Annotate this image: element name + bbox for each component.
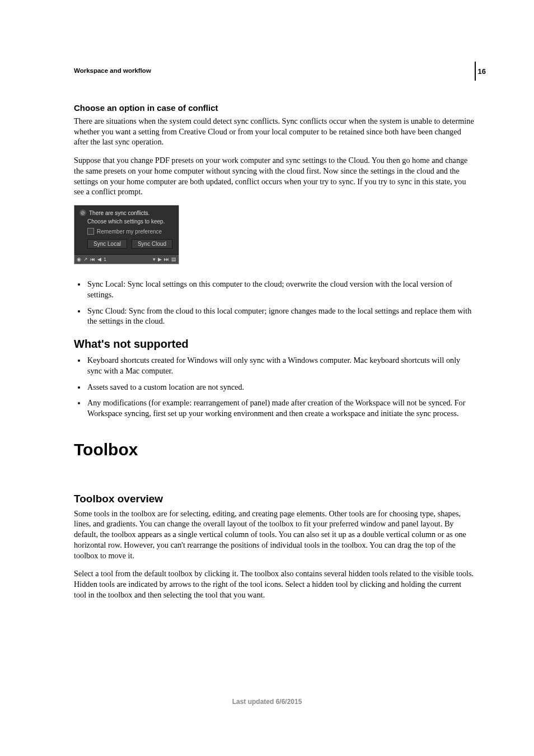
status-dot-icon: ◉ xyxy=(77,257,81,262)
sync-local-button[interactable]: Sync Local xyxy=(87,239,127,249)
sync-options-list: Sync Local: Sync local settings on this … xyxy=(74,279,475,326)
footer-updated: Last updated 6/6/2015 xyxy=(0,698,534,706)
page-number-field[interactable]: 1 xyxy=(104,257,106,262)
list-item: Any modifications (for example: rearrang… xyxy=(86,398,475,418)
heading-toolbox-overview: Toolbox overview xyxy=(74,493,475,505)
paragraph: There are situations when the system cou… xyxy=(74,116,475,147)
list-item: Assets saved to a custom location are no… xyxy=(86,382,475,393)
dialog-title: There are sync conflicts. xyxy=(89,210,149,216)
page-number-rule xyxy=(475,62,476,81)
paragraph: Some tools in the toolbox are for select… xyxy=(74,508,475,561)
heading-conflict: Choose an option in case of conflict xyxy=(74,103,475,113)
sync-cloud-button[interactable]: Sync Cloud xyxy=(132,239,172,249)
sync-conflict-icon: ⊘ xyxy=(79,209,86,216)
list-item: Sync Cloud: Sync from the cloud to this … xyxy=(86,306,475,326)
last-page-icon[interactable]: ⏭ xyxy=(164,257,169,262)
dropdown-icon[interactable]: ▾ xyxy=(153,257,156,262)
list-item: Sync Local: Sync local settings on this … xyxy=(86,279,475,300)
popout-icon: ↗ xyxy=(83,257,88,262)
not-supported-list: Keyboard shortcuts created for Windows w… xyxy=(74,355,475,419)
list-item: Keyboard shortcuts created for Windows w… xyxy=(86,355,475,376)
page-number: 16 xyxy=(478,67,486,76)
remember-label: Remember my preference xyxy=(97,228,162,235)
first-page-icon[interactable]: ⏮ xyxy=(90,257,95,262)
heading-toolbox: Toolbox xyxy=(74,440,475,459)
heading-not-supported: What's not supported xyxy=(74,338,475,351)
paragraph: Suppose that you change PDF presets on y… xyxy=(74,155,475,197)
dialog-status-bar: ◉ ↗ ⏮ ◀ 1 ▾ ▶ ⏭ ▤ xyxy=(74,255,179,264)
conflict-dialog: ⊘ There are sync conflicts. Choose which… xyxy=(74,205,179,264)
prev-page-icon[interactable]: ◀ xyxy=(97,257,101,262)
paragraph: Select a tool from the default toolbox b… xyxy=(74,568,475,600)
document-icon: ▤ xyxy=(171,257,176,262)
running-header: Workspace and workflow xyxy=(74,67,475,74)
dialog-subtitle: Choose which settings to keep. xyxy=(79,218,174,225)
remember-checkbox[interactable] xyxy=(87,228,94,235)
next-page-icon[interactable]: ▶ xyxy=(158,257,162,262)
